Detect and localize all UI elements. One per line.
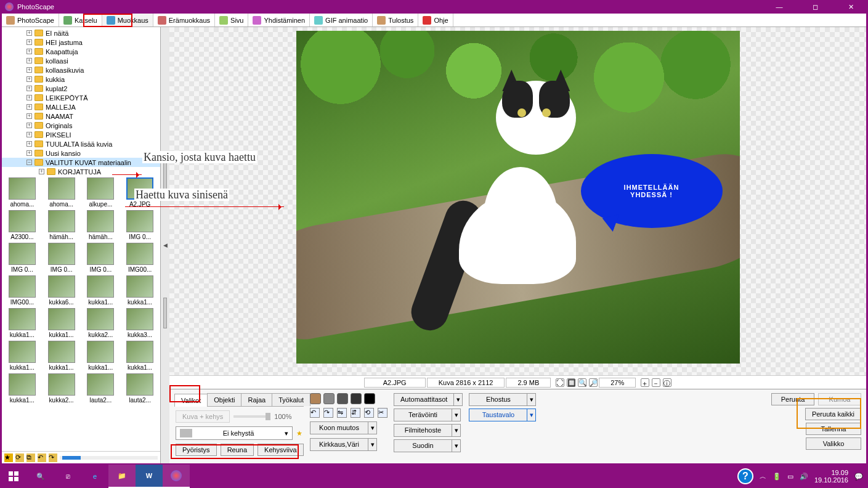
dropdown-arrow[interactable]: ▾	[452, 409, 461, 421]
dropdown-arrow[interactable]: ▾	[527, 393, 536, 406]
star-icon[interactable]: ★	[4, 453, 13, 462]
rotate-right-icon[interactable]: ↷	[323, 408, 333, 418]
expand-icon[interactable]: +	[26, 141, 32, 147]
reuna-button[interactable]: Reuna	[221, 444, 254, 456]
photoscape-taskbar-icon[interactable]	[163, 465, 190, 488]
thumbnail[interactable]: IMG 0...	[83, 243, 119, 273]
window-minimize[interactable]: —	[767, 3, 792, 11]
rotate-left-icon[interactable]: ↶	[310, 408, 320, 418]
filmitehoste-button[interactable]: Filmitehoste	[394, 424, 452, 437]
zoom-out-icon[interactable]: －	[652, 378, 660, 387]
tree-item[interactable]: +MALLEJA	[2, 102, 160, 112]
thumbnail[interactable]: kukka6...	[44, 275, 79, 306]
thumbnail[interactable]: hämäh...	[44, 210, 79, 240]
expand-icon[interactable]: +	[26, 67, 32, 73]
thumbnail[interactable]: kukka1...	[122, 341, 158, 371]
undo-icon[interactable]: ↶	[38, 453, 46, 462]
splitter[interactable]: ◀	[161, 27, 169, 463]
favorite-star-icon[interactable]: ★	[296, 429, 302, 437]
expand-icon[interactable]: +	[26, 39, 32, 45]
taskview-button[interactable]: ⎚	[54, 465, 81, 488]
thumbnail[interactable]: lauta2...	[83, 373, 119, 404]
zoom-in-icon[interactable]: ＋	[641, 378, 649, 387]
main-tab-photoscape[interactable]: PhotoScape	[2, 14, 59, 26]
main-tab-katselu[interactable]: Katselu	[59, 14, 102, 26]
tree-item[interactable]: +kollaasikuvia	[2, 65, 160, 75]
pyöristys-button[interactable]: Pyöristys	[176, 444, 217, 456]
refresh-icon[interactable]: ⟳	[15, 453, 24, 462]
dropdown-arrow[interactable]: ▾	[454, 393, 463, 406]
notifications-icon[interactable]: 💬	[854, 473, 863, 481]
suodin-button[interactable]: Suodin	[394, 439, 452, 452]
expand-icon[interactable]: +	[26, 95, 32, 100]
taskbar-clock[interactable]: 19.09 19.10.2016	[814, 469, 848, 484]
tree-item[interactable]: +PIKSELI	[2, 130, 160, 139]
tree-item[interactable]: +HEI jastuma	[2, 38, 160, 47]
swatch-gray3[interactable]	[351, 393, 362, 404]
tool-tab-rajaa[interactable]: Rajaa	[241, 393, 272, 406]
thumbnail[interactable]: ahoma...	[44, 177, 79, 208]
tool-tab-objekti[interactable]: Objekti	[207, 393, 241, 406]
resize-dropdown[interactable]: ▾	[368, 421, 377, 434]
expand-icon[interactable]: +	[26, 132, 32, 137]
dropdown-arrow[interactable]: ▾	[452, 439, 461, 452]
resize-button[interactable]: Koon muutos	[310, 421, 368, 434]
swatch-sepia[interactable]	[310, 393, 321, 404]
info-icon[interactable]: ⓘ	[663, 378, 671, 387]
expand-icon[interactable]: +	[26, 123, 32, 128]
kuva-kehys-button[interactable]: Kuva + kehys	[176, 410, 230, 423]
help-icon[interactable]: ?	[737, 468, 753, 484]
expand-icon[interactable]: +	[26, 58, 32, 63]
expand-icon[interactable]: +	[26, 104, 32, 110]
ehostus-button[interactable]: Ehostus	[469, 393, 527, 406]
zoom-fit-icon[interactable]: 🔎	[589, 378, 598, 387]
brightness-dropdown[interactable]: ▾	[368, 438, 377, 451]
main-tab-ohje[interactable]: Ohje	[418, 14, 453, 26]
tree-item[interactable]: +kukkia	[2, 75, 160, 84]
redo-button[interactable]: Kumoa	[818, 393, 861, 405]
thumbnail[interactable]: kukka3...	[122, 308, 158, 338]
thumbnail[interactable]: A2300...	[4, 210, 40, 240]
undo-all-button[interactable]: Peruuta kaikki	[805, 408, 861, 420]
tree-item[interactable]: +Originals	[2, 121, 160, 130]
window-maximize[interactable]: ◻	[803, 3, 827, 11]
expand-icon[interactable]: +	[26, 113, 32, 119]
expand-icon[interactable]: +	[26, 150, 32, 156]
tree-item[interactable]: +LEIKEPÖYTÄ	[2, 93, 160, 102]
main-tab-tulostus[interactable]: Tulostus	[373, 14, 418, 26]
search-button[interactable]: 🔍	[27, 465, 54, 488]
expand-icon[interactable]: −	[26, 160, 32, 165]
word-taskbar-icon[interactable]: W	[136, 465, 163, 488]
zoom-window-icon[interactable]: 🔍	[578, 378, 586, 387]
collapse-arrow-icon[interactable]: ◀	[163, 242, 168, 248]
expand-icon[interactable]: +	[26, 76, 32, 82]
redo-icon[interactable]: ↷	[49, 453, 57, 462]
window-close[interactable]: ✕	[838, 3, 863, 11]
tray-chevron-icon[interactable]: ︿	[760, 472, 766, 481]
splitter-handle[interactable]	[163, 162, 167, 193]
frame-select[interactable]: Ei kehystä ▾	[176, 426, 293, 440]
main-tab-erämuokkaus[interactable]: Erämuokkaus	[153, 14, 215, 26]
thumbnail[interactable]: kukka1...	[44, 341, 79, 371]
main-tab-yhdistäminen[interactable]: Yhdistäminen	[248, 14, 310, 26]
kehysviiva-button[interactable]: Kehysviiva	[258, 444, 304, 456]
automaattitasot-button[interactable]: Automaattitasot	[394, 393, 454, 406]
tervinti-button[interactable]: Terävöinti	[394, 409, 452, 421]
taustavalo-button[interactable]: Taustavalo	[469, 409, 527, 421]
frame-slider[interactable]	[233, 415, 270, 418]
folder-tree[interactable]: +EI näitä+HEI jastuma+Kaapattuja+kollaas…	[2, 27, 160, 175]
thumbnail[interactable]: kukka1...	[83, 275, 119, 306]
dropdown-arrow[interactable]: ▾	[527, 409, 536, 421]
edge-taskbar-icon[interactable]: e	[81, 465, 108, 488]
tree-item[interactable]: +EI näitä	[2, 28, 160, 38]
splitter-handle[interactable]	[163, 298, 167, 328]
thumbnail[interactable]: kukka1...	[83, 341, 119, 371]
thumbnail[interactable]: kukka1...	[122, 275, 158, 306]
tool-tab-työkalut[interactable]: Työkalut	[272, 393, 310, 406]
main-tab-sivu[interactable]: Sivu	[215, 14, 248, 26]
expand-icon[interactable]: +	[26, 30, 32, 36]
dropdown-arrow[interactable]: ▾	[452, 424, 461, 437]
thumbnail[interactable]: A2.JPG	[122, 177, 158, 208]
thumbnail[interactable]: kukka1...	[4, 341, 40, 371]
fit-icon[interactable]: ⛶	[556, 378, 564, 387]
